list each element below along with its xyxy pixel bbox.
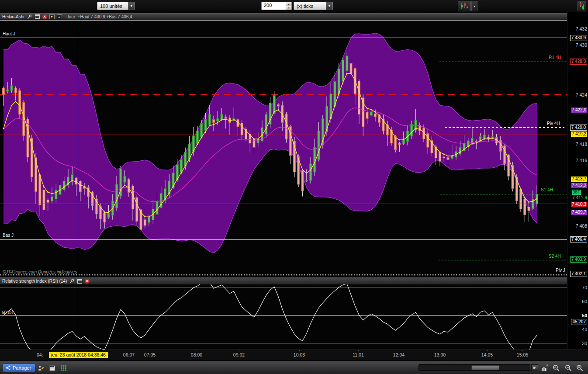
step-up-icon[interactable]: ▲	[286, 2, 291, 6]
fast-ma-marker	[326, 129, 327, 130]
horizontal-scrollbar[interactable]	[419, 364, 530, 371]
zoom-in-icon[interactable]	[575, 364, 585, 372]
axis-label: 7 422,0	[571, 107, 587, 113]
candle-body	[398, 143, 401, 145]
candle-body	[394, 137, 397, 150]
fast-ma-marker	[528, 201, 529, 202]
fast-ma-marker	[100, 207, 101, 208]
crosshair-vertical	[78, 13, 78, 350]
candle-body	[51, 197, 53, 201]
fast-ma-marker	[209, 125, 210, 126]
candle-body	[475, 141, 477, 142]
fast-ma-marker	[468, 146, 469, 147]
fast-ma-marker	[476, 142, 477, 143]
fast-ma-marker	[173, 186, 173, 187]
wrench-icon[interactable]	[27, 14, 32, 19]
fast-ma-marker	[339, 93, 339, 94]
fast-ma-marker	[294, 146, 295, 147]
time-axis[interactable]: 04: jeu. 23 août 2018 04:36:46 06:0707:0…	[0, 350, 588, 360]
fast-ma-marker	[205, 131, 206, 132]
fast-ma-marker	[399, 139, 400, 140]
share-button[interactable]: Partager	[3, 364, 35, 372]
window-icon[interactable]	[35, 14, 40, 19]
candle-body	[180, 159, 183, 172]
ticks-count-input[interactable]: 200 ▲▼	[261, 2, 292, 10]
candle-body	[443, 157, 445, 158]
wrench-icon[interactable]	[69, 279, 75, 284]
axis-label: 7 402,1	[570, 271, 587, 277]
new-chart-dropdown[interactable]: ▼	[471, 1, 477, 11]
candle-body	[7, 90, 9, 91]
time-tick-mark	[150, 350, 150, 351]
chevron-down-icon[interactable]: ▼	[128, 2, 135, 10]
price-pane-border	[0, 20, 567, 21]
scrollbar-thumb[interactable]	[471, 365, 499, 370]
grid-icon[interactable]	[59, 364, 68, 372]
fast-ma-marker	[197, 144, 198, 145]
ticks-unit-select[interactable]: (x) ticks ▼	[294, 2, 333, 10]
fast-ma-marker	[193, 150, 194, 151]
price-chart[interactable]	[0, 13, 567, 277]
fast-ma-marker	[456, 154, 457, 155]
fast-ma-marker	[262, 135, 263, 135]
fast-ma-marker	[72, 180, 73, 181]
share-label: Partager	[13, 365, 31, 371]
axis-label: 7 410,3	[571, 202, 587, 207]
price-axis[interactable]: 7 4327 430,97 4307 428,07 4247 422,07 42…	[567, 12, 588, 359]
close-icon[interactable]: ✕	[85, 279, 90, 284]
fast-ma-marker	[156, 209, 157, 210]
fast-ma-marker	[274, 111, 275, 112]
candle-body	[370, 112, 372, 115]
user-edit-icon[interactable]	[36, 364, 45, 372]
axis-label: 7 406,4	[570, 236, 587, 242]
fast-ma-marker	[298, 159, 299, 159]
pane-down-icon[interactable]: ▼	[49, 14, 55, 19]
news-icon[interactable]	[47, 364, 57, 372]
axis-label: 7 420,0	[570, 125, 587, 131]
axis-label: 7 428,0	[570, 59, 587, 65]
time-tick: 11:01	[353, 352, 364, 357]
fast-ma-marker	[536, 198, 537, 199]
fast-ma-marker	[116, 200, 117, 201]
new-chart-button[interactable]	[458, 1, 471, 11]
fast-ma-marker	[330, 117, 331, 118]
bottom-toolbar: Partager ▶	[0, 361, 588, 374]
fast-ma-marker	[140, 212, 141, 213]
axis-label: 7 424	[576, 92, 587, 97]
axis-label: 60	[582, 299, 587, 304]
candle-body	[43, 190, 45, 210]
candle-body	[326, 106, 328, 132]
rsi-pane-header: Relative strength index (RSI) (14) ✕	[0, 277, 567, 284]
candle-body	[277, 104, 280, 106]
step-down-icon[interactable]: ▼	[286, 6, 291, 10]
level-label-pivj: Piv J	[556, 268, 565, 273]
fast-ma-marker	[415, 128, 416, 129]
fast-ma-marker	[246, 130, 246, 131]
chart-arrow-icon[interactable]	[540, 364, 550, 372]
time-tick: 10:03	[294, 352, 305, 357]
units-select[interactable]: 100 unités ▼	[97, 2, 135, 10]
rsi-chart[interactable]	[0, 281, 567, 351]
pane-up-icon[interactable]: ▲	[57, 14, 62, 19]
fast-ma-marker	[96, 201, 97, 202]
candle-body	[208, 114, 211, 125]
time-tick-mark	[487, 350, 488, 351]
fast-ma-marker	[80, 185, 81, 186]
candle-body	[136, 197, 138, 222]
scroll-right-button[interactable]: ▶	[531, 364, 538, 371]
fast-ma-marker	[302, 169, 303, 170]
quotes-icon-button[interactable]	[578, 1, 586, 11]
close-icon[interactable]: ✕	[42, 14, 47, 19]
zoom-out-icon[interactable]	[564, 364, 573, 372]
chevron-down-icon: ▼	[473, 5, 476, 8]
fast-ma-marker	[282, 114, 283, 114]
chevron-down-icon[interactable]: ▼	[326, 2, 332, 10]
fast-ma-marker	[11, 105, 12, 106]
fast-ma-marker	[391, 131, 392, 132]
fast-ma-marker	[233, 119, 234, 120]
fast-ma-marker	[367, 108, 367, 109]
candle-body	[55, 190, 57, 199]
zoom-fit-icon[interactable]	[551, 364, 561, 372]
ticks-count-stepper[interactable]: ▲▼	[286, 2, 291, 10]
candle-body	[524, 199, 526, 215]
